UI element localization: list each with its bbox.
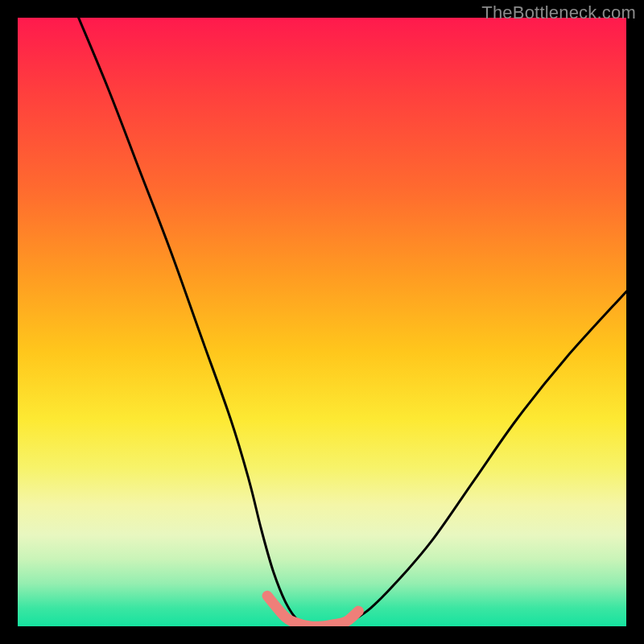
curve-layer — [18, 18, 626, 626]
watermark-text: TheBottleneck.com — [481, 2, 636, 23]
bottleneck-curve — [79, 18, 626, 626]
plot-area — [18, 18, 626, 626]
highlight-segment — [267, 596, 358, 626]
chart-frame: TheBottleneck.com — [0, 0, 644, 644]
